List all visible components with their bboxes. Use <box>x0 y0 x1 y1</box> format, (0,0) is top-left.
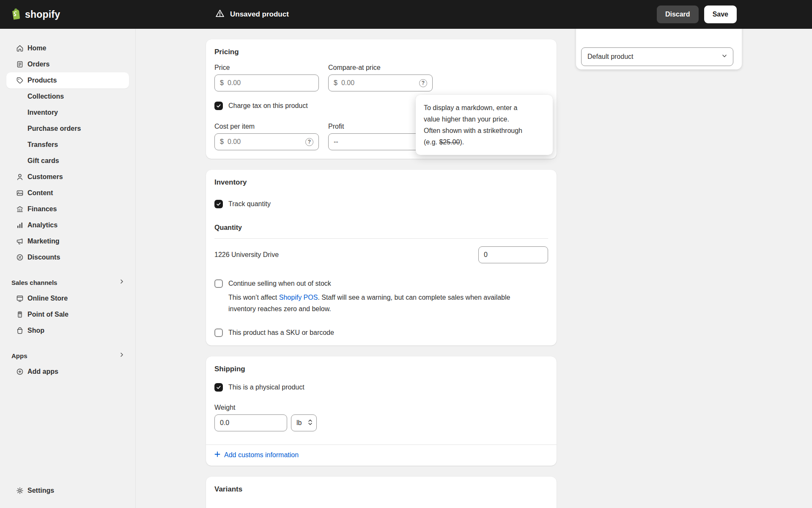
checkbox-unchecked-icon[interactable] <box>214 329 223 337</box>
add-customs-link[interactable]: Add customs information <box>214 451 299 459</box>
sidebar-item-analytics[interactable]: Analytics <box>6 217 129 233</box>
sidebar-item-shop[interactable]: Shop <box>6 323 129 339</box>
compare-price-tooltip: To display a markdown, enter a value hig… <box>416 95 553 155</box>
price-input[interactable] <box>228 79 313 87</box>
topbar: shopify Unsaved product Discard Save <box>0 0 812 29</box>
sidebar: Home Orders Products Collections Invento… <box>0 29 136 508</box>
sidebar-item-marketing[interactable]: Marketing <box>6 233 129 249</box>
weight-input-wrap <box>214 414 287 431</box>
content-icon <box>16 189 24 197</box>
sidebar-item-content[interactable]: Content <box>6 185 129 201</box>
plus-icon <box>214 451 220 459</box>
checkbox-unchecked-icon[interactable] <box>214 279 223 288</box>
sidebar-item-finances[interactable]: Finances <box>6 201 129 217</box>
theme-template-card: Default product <box>576 29 742 69</box>
analytics-icon <box>16 221 24 229</box>
sales-channels-header: Sales channels <box>11 279 57 286</box>
sidebar-item-customers[interactable]: Customers <box>6 169 129 185</box>
sidebar-item-label: Analytics <box>27 221 58 229</box>
shopify-wordmark: shopify <box>25 9 60 20</box>
tooltip-line: Often shown with a strikethrough <box>424 125 545 136</box>
sidebar-section-apps[interactable]: Apps <box>6 348 129 364</box>
sidebar-item-home[interactable]: Home <box>6 40 129 56</box>
continue-selling-label: Continue selling when out of stock <box>228 280 331 287</box>
sku-barcode-checkbox-row[interactable]: This product has a SKU or barcode <box>214 329 548 337</box>
shopify-pos-link[interactable]: Shopify POS <box>279 294 318 301</box>
compare-at-price-input-wrap: $ ? <box>328 75 433 91</box>
quantity-header: Quantity <box>214 224 548 232</box>
sidebar-item-label: Add apps <box>27 368 58 375</box>
checkbox-checked-icon[interactable] <box>214 102 223 110</box>
continue-selling-help-text: This won’t affect Shopify POS. Staff wil… <box>228 292 524 315</box>
quantity-input-wrap <box>478 246 548 263</box>
sidebar-item-label: Inventory <box>27 109 58 116</box>
sidebar-item-point-of-sale[interactable]: Point of Sale <box>6 306 129 323</box>
sidebar-item-collections[interactable]: Collections <box>6 88 129 105</box>
tooltip-line: To display a markdown, enter a <box>424 102 545 113</box>
help-text-pre: This won’t affect <box>228 294 279 301</box>
shipping-title: Shipping <box>214 365 548 373</box>
physical-product-checkbox-row[interactable]: This is a physical product <box>214 383 548 392</box>
strikethrough-price: $25.00 <box>439 138 460 146</box>
sku-barcode-label: This product has a SKU or barcode <box>228 329 334 337</box>
customers-icon <box>16 173 24 181</box>
quantity-input[interactable] <box>484 251 543 259</box>
currency-prefix: $ <box>334 79 337 87</box>
sidebar-item-online-store[interactable]: Online Store <box>6 290 129 306</box>
weight-input[interactable] <box>220 419 282 427</box>
continue-selling-checkbox-row[interactable]: Continue selling when out of stock <box>214 279 548 288</box>
charge-tax-label: Charge tax on this product <box>228 102 308 110</box>
discard-button[interactable]: Discard <box>657 6 699 23</box>
sidebar-item-orders[interactable]: Orders <box>6 56 129 72</box>
shopify-bag-icon <box>10 7 21 22</box>
product-template-select[interactable]: Default product <box>581 47 733 66</box>
checkbox-checked-icon[interactable] <box>214 383 223 392</box>
help-icon[interactable]: ? <box>419 79 427 87</box>
sidebar-item-label: Discounts <box>27 254 60 261</box>
sidebar-item-label: Home <box>27 44 46 52</box>
weight-unit-select[interactable]: lb <box>291 414 317 431</box>
compare-at-price-input[interactable] <box>341 79 416 87</box>
products-tag-icon <box>16 76 24 85</box>
add-customs-label: Add customs information <box>224 451 299 459</box>
checkbox-checked-icon[interactable] <box>214 200 223 208</box>
profit-input[interactable] <box>334 138 427 146</box>
help-icon[interactable]: ? <box>305 138 313 146</box>
select-carets-icon <box>308 419 313 427</box>
sidebar-item-label: Marketing <box>27 237 60 245</box>
variants-card: Variants <box>206 477 557 508</box>
sidebar-item-purchase-orders[interactable]: Purchase orders <box>6 121 129 137</box>
sidebar-item-inventory[interactable]: Inventory <box>6 105 129 121</box>
sidebar-item-label: Collections <box>27 93 64 100</box>
sidebar-item-discounts[interactable]: Discounts <box>6 249 129 265</box>
sidebar-item-label: Settings <box>27 487 54 494</box>
unsaved-status-label: Unsaved product <box>230 10 289 19</box>
online-store-icon <box>16 294 24 303</box>
sidebar-item-label: Orders <box>27 61 49 68</box>
product-template-value: Default product <box>587 53 634 61</box>
sidebar-item-label: Transfers <box>27 141 58 149</box>
discounts-icon <box>16 253 24 262</box>
gear-icon <box>16 486 24 495</box>
currency-prefix: $ <box>220 79 224 87</box>
warning-icon <box>215 8 225 21</box>
save-button[interactable]: Save <box>704 6 737 23</box>
sidebar-item-products[interactable]: Products <box>6 72 129 88</box>
sidebar-item-add-apps[interactable]: Add apps <box>6 364 129 380</box>
compare-at-price-label: Compare-at price <box>328 64 433 72</box>
tooltip-line: (e.g. $25.00). <box>424 136 545 148</box>
tooltip-line: value higher than your price. <box>424 113 545 125</box>
price-input-wrap: $ <box>214 75 319 91</box>
shopify-logo[interactable]: shopify <box>10 0 60 29</box>
track-quantity-label: Track quantity <box>228 200 271 208</box>
track-quantity-checkbox-row[interactable]: Track quantity <box>214 200 548 208</box>
sidebar-item-label: Customers <box>27 173 63 181</box>
add-apps-plus-icon <box>16 367 24 376</box>
main-content: Pricing Price $ Compare-at price $ <box>136 29 812 508</box>
cost-per-item-input[interactable] <box>228 138 302 146</box>
sidebar-item-label: Online Store <box>27 295 68 302</box>
sidebar-item-settings[interactable]: Settings <box>6 483 129 499</box>
sidebar-section-sales-channels[interactable]: Sales channels <box>6 274 129 290</box>
sidebar-item-transfers[interactable]: Transfers <box>6 137 129 153</box>
sidebar-item-gift-cards[interactable]: Gift cards <box>6 153 129 169</box>
